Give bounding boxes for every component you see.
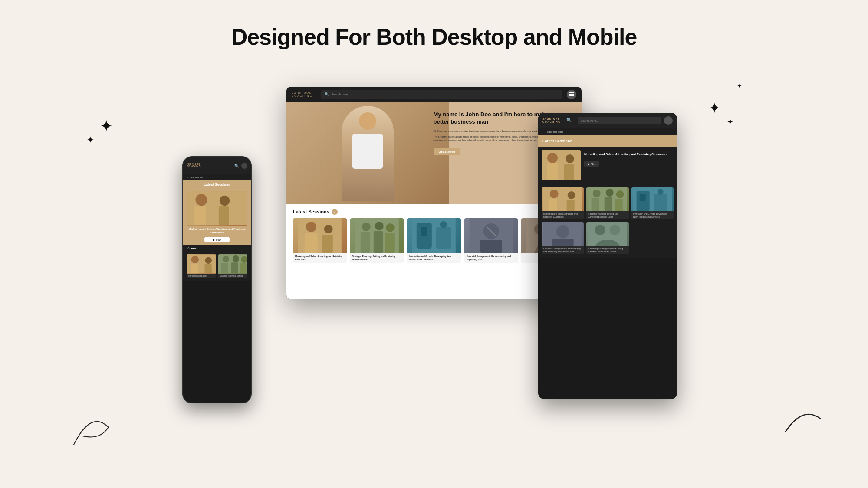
hero-person-figure (342, 106, 394, 201)
tablet-grid-thumb-2 (586, 187, 628, 211)
star-icon-right3: ✦ (737, 82, 742, 89)
svg-point-65 (232, 255, 239, 262)
tablet-sessions-grid: Marketing and Sales: Attracting and Reta… (538, 184, 677, 258)
mobile-header: JOHN DOE COACHING 🔍 (183, 157, 251, 174)
session-card-3[interactable]: Innovation and Growth: Developing New Pr… (407, 218, 461, 263)
svg-point-32 (568, 191, 575, 199)
mobile-brand: JOHN DOE COACHING (187, 164, 201, 168)
svg-rect-44 (654, 194, 667, 211)
tablet-menu-button[interactable] (664, 116, 673, 125)
page-heading: Designed For Both Desktop and Mobile (0, 0, 868, 50)
svg-point-3 (324, 225, 333, 233)
svg-rect-59 (191, 264, 198, 273)
hamburger-icon (569, 92, 574, 96)
tablet-header: JOHN DOE COACHING 🔍 Search here... (538, 113, 677, 128)
svg-rect-54 (194, 206, 206, 225)
session-label-3: Innovation and Growth: Developing New Pr… (407, 253, 461, 263)
session-image-4 (464, 218, 518, 253)
tablet-sessions-title: Latest Sessions (542, 139, 673, 143)
session-label-2: Strategic Planning: Setting and Achievin… (350, 253, 404, 263)
tablet-grid-thumb-3 (631, 187, 674, 211)
tablet-grid-thumb-5 (586, 222, 628, 246)
session-thumb-1 (293, 218, 347, 253)
sessions-heading: Latest Sessions ? (293, 209, 575, 215)
svg-point-30 (550, 190, 559, 198)
tablet-grid-card-5[interactable]: Becoming a Strong Leader: Building Effec… (586, 222, 628, 254)
session-thumb-4 (464, 218, 518, 253)
mobile-search-icon[interactable]: 🔍 (234, 164, 239, 168)
tablet-grid-card-2[interactable]: Strategic Planning: Setting and Achievin… (586, 187, 628, 219)
star-icon-right: ✦ (709, 100, 720, 116)
session-card-2[interactable]: Strategic Planning: Setting and Achievin… (350, 218, 404, 263)
tablet-search-bar[interactable]: Search here... (578, 117, 661, 124)
svg-point-63 (222, 255, 229, 262)
mobile-mockup: JOHN DOE COACHING 🔍 ← Back to Home Lates… (182, 156, 252, 403)
svg-rect-7 (360, 232, 370, 253)
svg-rect-38 (605, 197, 612, 211)
decorative-curve-left (65, 401, 117, 453)
desktop-hero: My name is John Doe and I'm here to make… (286, 102, 582, 204)
tablet-featured-session: Marketing and Sales: Attracting and Reta… (538, 147, 677, 184)
svg-rect-66 (231, 262, 237, 273)
desktop-brand: JOHN DOE COACHING (292, 92, 312, 97)
svg-point-45 (657, 189, 663, 195)
session-image-3 (407, 218, 461, 253)
mobile-play-button[interactable]: ▶ Play (204, 237, 230, 242)
tablet-grid-label-1: Marketing and Sales: Attracting and Reta… (542, 211, 584, 219)
tablet-grid-label-3: Innovation and Growth: Developing New Pr… (631, 211, 674, 219)
svg-point-67 (241, 256, 247, 262)
tablet-back-nav[interactable]: ← Back to Home (538, 128, 677, 135)
svg-rect-26 (547, 163, 558, 180)
svg-point-6 (362, 223, 370, 231)
mobile-sessions-header: Latest Sessions (183, 180, 251, 189)
svg-rect-15 (436, 227, 451, 249)
svg-rect-2 (305, 233, 318, 253)
tablet-sessions-header: Latest Sessions (538, 135, 677, 147)
desktop-menu-button[interactable] (567, 90, 576, 99)
svg-rect-43 (639, 194, 645, 201)
get-started-button[interactable]: Get Started (434, 148, 460, 155)
star-icon-left: ✦ (100, 117, 113, 135)
hero-image (286, 102, 449, 204)
tablet-featured-content: Marketing and Sales: Attracting and Reta… (581, 150, 674, 180)
back-arrow-icon: ← (542, 131, 545, 133)
svg-rect-33 (567, 200, 575, 211)
mobile-video-card-1[interactable]: Marketing and Sales: (187, 254, 216, 278)
svg-rect-28 (564, 164, 574, 180)
tablet-search-icon: 🔍 (566, 118, 572, 124)
tablet-grid-thumb-1 (542, 187, 584, 211)
mobile-back-nav[interactable]: ← Back to Home (183, 174, 251, 180)
search-icon: 🔍 (325, 92, 329, 96)
svg-rect-31 (549, 199, 557, 211)
tablet-grid-thumb-4 (542, 222, 584, 246)
mobile-sessions-title: Latest Sessions (187, 183, 247, 187)
tablet-grid-card-4[interactable]: Financial Management: Understanding and … (542, 222, 584, 254)
svg-rect-68 (240, 263, 246, 273)
tablet-play-button[interactable]: ▶ Play (584, 161, 599, 167)
tablet-featured-image (542, 150, 581, 180)
svg-point-35 (593, 190, 601, 197)
devices-container: JOHN DOE COACHING 🔍 Search here... My na… (217, 78, 651, 468)
mobile-videos-heading: Videos (183, 245, 251, 252)
mobile-videos-grid: Marketing and Sales: Strategic Planning:… (183, 252, 251, 281)
star-icon-right2: ✦ (727, 117, 733, 127)
mobile-menu-icon[interactable] (241, 163, 247, 169)
tablet-grid-card-3[interactable]: Innovation and Growth: Developing New Pr… (631, 187, 674, 219)
svg-point-37 (606, 189, 614, 197)
svg-rect-40 (615, 199, 623, 211)
session-card-1[interactable]: Marketing and Sales: Attracting and Reta… (293, 218, 347, 263)
svg-rect-64 (221, 263, 227, 273)
sessions-grid: Marketing and Sales: Attracting and Reta… (293, 218, 575, 263)
tablet-grid-card-1[interactable]: Marketing and Sales: Attracting and Reta… (542, 187, 584, 219)
svg-point-27 (566, 154, 574, 163)
svg-rect-48 (552, 239, 574, 246)
session-card-4[interactable]: Financial Management: Understanding and … (464, 218, 518, 263)
svg-point-8 (375, 222, 383, 230)
sessions-info-icon: ? (332, 209, 338, 215)
desktop-search-bar[interactable]: 🔍 Search here... (321, 90, 562, 99)
svg-rect-61 (204, 264, 211, 273)
session-image-2 (350, 218, 404, 253)
mobile-video-thumb-1 (187, 254, 216, 274)
svg-point-39 (616, 190, 624, 198)
mobile-video-card-2[interactable]: Strategic Planning: Setting (218, 254, 248, 278)
